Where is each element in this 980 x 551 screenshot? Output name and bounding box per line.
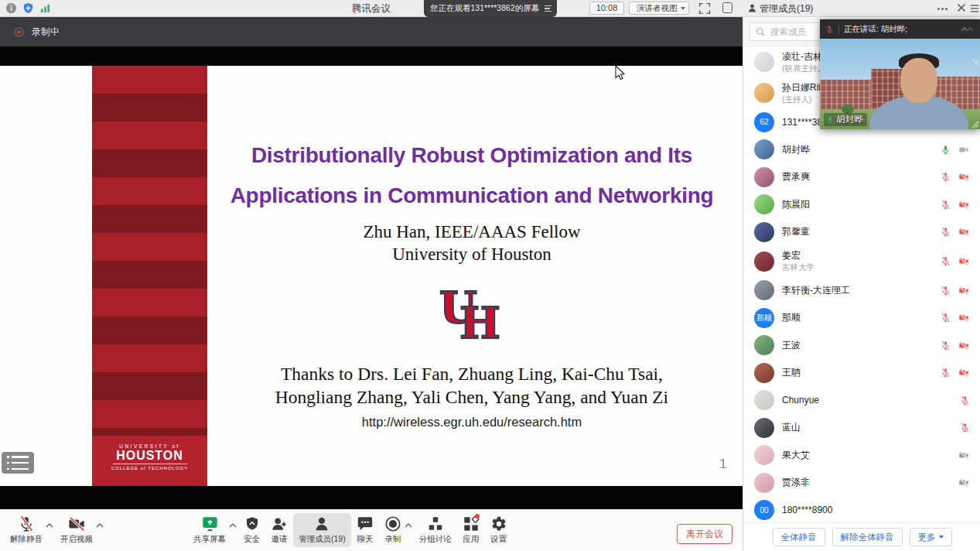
tencent-meeting-window: 腾讯会议 您正在观看131****3862的屏幕 10:08 演讲者视图 管理成… [0,0,980,551]
more-options-icon[interactable] [937,8,940,10]
mic-muted-icon [941,256,951,266]
close-icon[interactable] [957,3,966,12]
mic-muted-icon [941,368,951,378]
camera-muted-icon [958,200,970,210]
presentation-slide: UNIVERSITY of HOUSTON COLLEGE of TECHNOL… [0,66,743,486]
info-icon[interactable] [5,2,17,14]
more-button[interactable]: 更多 [910,528,952,546]
participant-row[interactable]: 姜宏 吉林大学 [743,246,980,277]
participant-status-icons [941,256,970,266]
speaker-name: 胡封晔 [836,114,863,125]
avatar [754,252,774,272]
university-logo-block: UNIVERSITY of HOUSTON COLLEGE of TECHNOL… [92,436,207,486]
thanks-line2: Hongliang Zhang, Yali Chen, Yang Yang, a… [207,386,736,409]
view-mode-selector[interactable]: 演讲者视图 [629,2,689,15]
participant-name: 胡封晔 [782,143,941,156]
participant-status-icons [941,368,970,378]
slide-panel-toggle-button[interactable] [2,452,34,474]
participant-status-icons [960,395,970,406]
unmute-button[interactable]: 解除静音 [5,513,48,547]
security-button[interactable]: 安全 [238,513,265,547]
participant-row[interactable]: 00 180****8900 [743,497,980,524]
participant-status-icons [958,450,970,460]
participant-row[interactable]: 胡封晔 [743,136,980,164]
participant-name: 180****8900 [782,505,970,515]
security-shield-icon[interactable] [22,2,34,14]
breakout-rooms-button[interactable]: 分组讨论 [414,513,457,547]
leave-meeting-button[interactable]: 离开会议 [677,524,732,544]
camera-muted-icon [958,341,970,351]
participant-row[interactable]: 那顺 那顺 [743,304,980,332]
participant-row[interactable]: 曹承爽 [743,163,980,191]
window-resize-arrows-icon[interactable] [960,25,975,34]
mic-muted-icon [941,200,951,210]
watching-screen-notice[interactable]: 您正在观看131****3862的屏幕 [424,0,557,17]
mic-options-chevron[interactable] [45,518,54,532]
record-options-chevron[interactable] [404,518,413,532]
participant-status-icons [958,477,970,488]
members-icon [747,3,757,13]
apps-button[interactable]: 应用 [457,513,485,547]
share-screen-icon [201,515,219,532]
avatar [754,139,774,159]
panel-menu-icon[interactable] [971,5,978,12]
settings-button[interactable]: 设置 [485,513,513,547]
invite-button[interactable]: 邀请 [265,513,293,547]
participant-row[interactable]: 蓝山 [743,414,980,442]
participant-name: 王聃 [782,366,941,379]
participant-row[interactable]: 贾涤非 [743,469,980,497]
uh-logo: U H [435,286,509,351]
participant-row[interactable]: 郭馨童 [743,218,980,246]
recording-bar: 录制中 [0,17,743,46]
resize-grip-icon[interactable] [968,118,979,128]
search-icon [756,27,765,36]
mic-muted-icon [941,341,951,351]
network-signal-icon[interactable] [39,2,51,14]
avatar [754,83,774,103]
camera-icon [958,145,970,155]
panel-toggle-icon[interactable] [722,2,732,13]
divider [838,25,839,34]
share-screen-button[interactable]: 共享屏幕 [188,513,231,547]
participant-row[interactable]: 王波 [743,332,980,360]
avatar [754,52,774,72]
speaker-video-window[interactable]: 正在讲话: 胡封晔; 胡封晔 [820,19,980,129]
participant-row[interactable]: 陈晨阳 [743,191,980,219]
start-video-button[interactable]: 开启视频 [55,513,98,547]
share-options-chevron[interactable] [228,518,237,532]
avatar: 62 [754,112,774,132]
fullscreen-icon[interactable] [698,2,711,15]
record-button[interactable]: 录制 [379,513,407,547]
participant-name: 陈晨阳 [782,198,941,211]
slide-title-line1: Distributionally Robust Optimization and… [207,135,736,176]
thanks-line1: Thanks to Drs. Lei Fan, Zhuang Ling, Kai… [207,363,736,386]
video-options-chevron[interactable] [95,518,104,532]
resize-grip-icon[interactable] [968,59,979,70]
slide-page-number: 1 [719,457,726,472]
mute-all-button[interactable]: 全体静音 [773,528,825,546]
meeting-time: 10:08 [589,2,624,15]
manage-members-button[interactable]: 管理成员(19) [293,513,351,547]
avatar: 那顺 [754,308,774,328]
author-affiliation: University of Houston [207,243,736,265]
meeting-toolbar: 解除静音 开启视频 共享屏幕 安全 邀请 [0,509,743,551]
mic-muted-icon [941,313,951,323]
mic-muted-icon [960,395,970,406]
participant-row[interactable]: 李轩衡-大连理工 [743,277,980,305]
notice-menu-icon[interactable] [545,5,551,12]
participant-row[interactable]: Chunyue [743,387,980,415]
slide-author-block: Zhu Han, IEEE/AAAS Fellow University of … [207,221,736,265]
university-small-text: UNIVERSITY of [92,443,207,449]
speaker-name-tag: 胡封晔 [824,113,867,126]
mic-muted-icon [941,227,951,237]
mic-on-icon [941,145,951,155]
participant-row[interactable]: 果大艾 [743,442,980,470]
participant-status-icons [941,313,970,323]
speaker-face [900,58,937,103]
participant-row[interactable]: 王聃 [743,359,980,387]
camera-muted-icon [958,450,970,460]
camera-muted-icon [958,227,970,237]
mic-muted-icon [960,423,970,433]
unmute-all-button[interactable]: 解除全体静音 [832,528,903,546]
chat-button[interactable]: 聊天 [351,513,379,547]
